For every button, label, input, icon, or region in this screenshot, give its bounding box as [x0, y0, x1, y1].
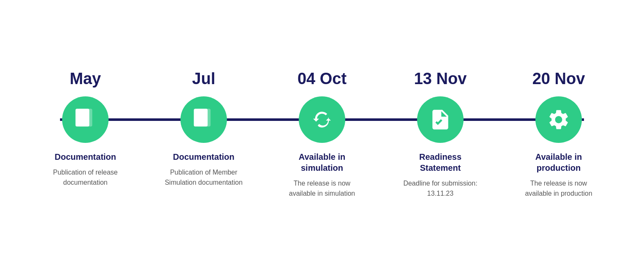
date-nov20: 20 Nov	[516, 70, 601, 88]
label-available-prod: Available in production	[516, 151, 601, 173]
node-readiness	[417, 96, 464, 143]
timeline-dates-row: May Jul 04 Oct 13 Nov 20 Nov	[26, 70, 618, 88]
label-documentation-jul: Documentation	[161, 151, 246, 162]
timeline-middle-row	[26, 96, 618, 143]
sync-icon	[310, 108, 334, 131]
info-readiness: Readiness Statement Deadline for submiss…	[398, 151, 483, 199]
svg-rect-3	[77, 118, 86, 119]
date-may: May	[43, 70, 128, 88]
svg-rect-4	[77, 120, 83, 122]
svg-rect-7	[196, 115, 205, 116]
label-available-sim: Available in simulation	[280, 151, 364, 173]
svg-rect-8	[196, 118, 205, 119]
desc-readiness: Deadline for submission: 13.11.23	[398, 178, 483, 199]
node-available-sim	[299, 96, 345, 143]
desc-available-sim: The release is now available in simulati…	[280, 178, 364, 199]
date-oct: 04 Oct	[280, 70, 364, 88]
timeline-info-row: Documentation Publication of release doc…	[26, 151, 618, 199]
info-documentation-jul: Documentation Publication of Member Simu…	[161, 151, 246, 199]
node-available-prod	[535, 96, 582, 143]
info-documentation-may: Documentation Publication of release doc…	[43, 151, 128, 199]
svg-rect-2	[77, 115, 86, 116]
info-available-prod: Available in production The release is n…	[516, 151, 601, 199]
timeline: May Jul 04 Oct 13 Nov 20 Nov	[26, 70, 618, 199]
node-documentation-jul	[180, 96, 227, 143]
label-readiness: Readiness Statement	[398, 151, 483, 173]
gear-icon	[547, 108, 570, 131]
document-icon	[74, 108, 97, 131]
document-icon-2	[192, 108, 216, 131]
desc-available-prod: The release is now available in producti…	[516, 178, 601, 199]
node-documentation-may	[62, 96, 109, 143]
checklist-icon	[428, 108, 452, 131]
desc-documentation-may: Publication of release documentation	[43, 167, 128, 188]
date-nov13: 13 Nov	[398, 70, 483, 88]
timeline-nodes	[26, 96, 618, 143]
label-documentation-may: Documentation	[43, 151, 128, 162]
svg-rect-9	[196, 120, 202, 122]
date-jul: Jul	[161, 70, 246, 88]
desc-documentation-jul: Publication of Member Simulation documen…	[161, 167, 246, 188]
info-available-sim: Available in simulation The release is n…	[280, 151, 364, 199]
